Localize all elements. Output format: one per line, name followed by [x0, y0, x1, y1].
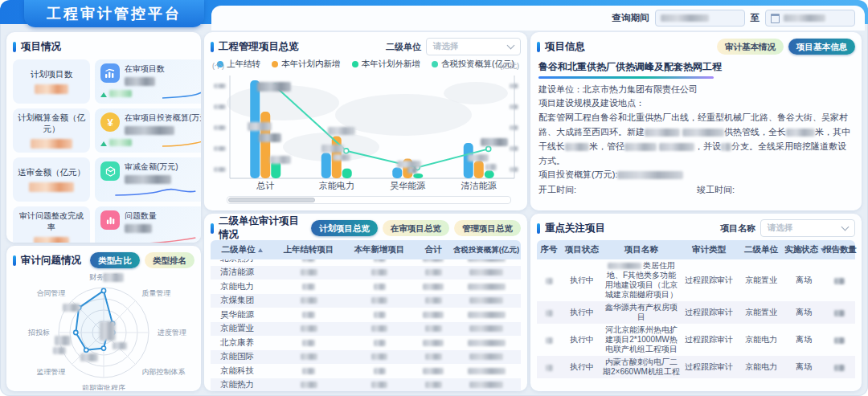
- table-row[interactable]: 京能国际: [211, 350, 521, 365]
- budget-line: 项目投资概算(万元):: [538, 168, 855, 182]
- tab-in-audit-projects[interactable]: 在审项目总览: [383, 220, 449, 236]
- legend-item[interactable]: 本年计划外新增: [352, 59, 421, 70]
- table-row[interactable]: 京能置业: [211, 322, 521, 337]
- redacted-value: [423, 340, 444, 346]
- unit-name: 北京康养: [211, 337, 273, 349]
- redacted-text: [682, 129, 724, 137]
- col-unit[interactable]: 二级单位: [211, 244, 273, 255]
- col-budget: 含税投资概算(亿元): [452, 245, 521, 255]
- col-status: 项目状态: [561, 244, 603, 255]
- query-start-date-input[interactable]: [655, 10, 745, 27]
- col-impl-status[interactable]: 实施状态: [784, 244, 823, 255]
- bar-chart-icon: [100, 210, 120, 230]
- secondary-unit: 京能电力: [738, 361, 784, 373]
- table-row[interactable]: 北京热力: [211, 259, 521, 266]
- redacted-value: [35, 84, 68, 94]
- chart-legend: 上年结转本年计划内新增本年计划外新增含税投资概算(亿元): [211, 58, 521, 71]
- table-row[interactable]: 京能热力: [211, 378, 521, 392]
- chevron-down-icon: [507, 42, 515, 50]
- panel-audit-issues: 审计问题情况 类型占比 类型排名 财务管理质量管理进度管理内部控制体系前期审批程…: [6, 246, 201, 391]
- table-row[interactable]: 执行中内蒙古酸刺沟电厂二期2×660WM机组工程过程跟踪审计京能电力离场: [537, 356, 855, 378]
- redacted-label: [485, 164, 497, 170]
- unit-filter-select[interactable]: 请选择: [426, 38, 521, 55]
- project-status: 执行中: [561, 361, 603, 373]
- table-row[interactable]: 昊华能源: [211, 308, 521, 322]
- redacted-label: [63, 304, 80, 312]
- redacted-value: [425, 325, 442, 332]
- redacted-value: [371, 325, 387, 332]
- redacted-value: [469, 269, 503, 276]
- select-placeholder: 请选择: [433, 41, 459, 52]
- title-accent: [537, 42, 540, 52]
- slider-handle[interactable]: [228, 198, 315, 202]
- redacted-value: [374, 259, 386, 262]
- tab-project-basic-info[interactable]: 项目基本信息: [788, 39, 855, 55]
- table-row[interactable]: 执行中河北京能涿州热电扩建项目2*1000MW热电联产机组工程项目过程跟踪审计京…: [537, 324, 855, 356]
- redacted-value: [109, 139, 132, 146]
- redacted-value: [302, 259, 315, 262]
- card-submitted-amount: 送审金额（亿元）: [13, 157, 90, 202]
- secondary-unit: 京能置业: [738, 275, 784, 286]
- tab-audit-basic-info[interactable]: 审计基本情况: [717, 39, 784, 55]
- redacted-text: [786, 129, 815, 137]
- tab-planned-projects[interactable]: 计划项目总览: [311, 220, 378, 236]
- redacted-text: [565, 143, 589, 151]
- redacted-value: [302, 340, 315, 346]
- col-unit: 二级单位: [738, 244, 784, 255]
- query-end-date-input[interactable]: [765, 10, 855, 27]
- redacted-value: [125, 175, 171, 184]
- redacted-label: [214, 167, 226, 172]
- audit-type: 过程跟踪审计: [680, 275, 738, 286]
- build-unit-line: 建设单位：北京市热力集团有限责任公司: [538, 83, 855, 97]
- panel-unit-audit-projects: 二级单位审计项目情况 计划项目总览 在审项目总览 管理项目总览 二级单位 上年结…: [204, 214, 527, 391]
- table-row[interactable]: 北京康养: [211, 336, 521, 350]
- redacted-date: [661, 14, 709, 22]
- impl-status: 离场: [784, 275, 823, 286]
- table-row[interactable]: 京煤集团: [211, 294, 521, 308]
- table-row[interactable]: 执行中类居住用地、F其他类多功能用地建设项目（北京城建京能樾府项目）过程跟踪审计…: [537, 259, 855, 301]
- redacted-value: [301, 353, 317, 360]
- redacted-label: [214, 146, 226, 151]
- project-name: 河北京能涿州热电扩建项目2*1000MW热电联产机组工程项目: [603, 325, 680, 354]
- query-period-label: 查询期间: [612, 12, 649, 24]
- panel-project-overview: 项目情况 计划项目数 在审项目数 计划概算金额（亿元）: [6, 32, 201, 243]
- sparkline-orange: [161, 137, 201, 149]
- table-row[interactable]: 京能电力: [211, 280, 521, 294]
- redacted-label: [270, 156, 291, 164]
- redacted-label: [103, 273, 124, 282]
- svg-text:监理管理: 监理管理: [37, 368, 66, 376]
- svg-text:总计: 总计: [256, 181, 274, 190]
- impl-status: 离场: [784, 334, 823, 345]
- unit-name: 昊华能源: [211, 309, 273, 320]
- panel-key-projects: 重点关注项目 项目名称 请选择 序号 项目状态 项目名称 审计类型 二级单位 实…: [530, 214, 862, 391]
- to-label: 至: [751, 12, 760, 24]
- legend-item[interactable]: 本年计划内新增: [272, 59, 341, 70]
- tab-managed-projects[interactable]: 管理项目总览: [454, 220, 521, 236]
- key-table-header: 序号 项目状态 项目名称 审计类型 二级单位 实施状态 报告数量: [537, 240, 855, 259]
- col-name: 项目名称: [603, 244, 680, 255]
- redacted-label: [510, 146, 518, 151]
- tab-type-rank[interactable]: 类型排名: [145, 252, 194, 268]
- redacted-value: [302, 284, 315, 290]
- redacted-label: [510, 104, 518, 109]
- redacted-value: [423, 368, 444, 374]
- table-row[interactable]: 清洁能源: [211, 266, 521, 280]
- end-time-label: 竣工时间:: [697, 184, 855, 196]
- project-name-filter-label: 项目名称: [720, 222, 755, 235]
- table-row[interactable]: 京能科技: [211, 364, 521, 378]
- card-label: 送审金额（亿元）: [18, 167, 85, 178]
- redacted-value: [125, 126, 174, 135]
- data-zoom-slider[interactable]: [227, 196, 511, 204]
- project-status: 执行中: [561, 275, 603, 286]
- legend-dot-icon: [352, 61, 358, 67]
- project-name-select[interactable]: 请选择: [760, 219, 855, 237]
- redacted-text: [659, 143, 694, 151]
- col-type: 审计类型: [680, 244, 738, 255]
- redacted-value: [425, 269, 442, 276]
- sparkline-blue: [161, 88, 201, 100]
- table-row[interactable]: 执行中鑫华源共有产权房项目过程跟踪审计京能置业离场: [537, 301, 855, 324]
- redacted-value: [371, 382, 387, 388]
- redacted-value: [374, 284, 386, 290]
- tab-type-ratio[interactable]: 类型占比: [90, 252, 140, 268]
- redacted-value: [374, 340, 386, 346]
